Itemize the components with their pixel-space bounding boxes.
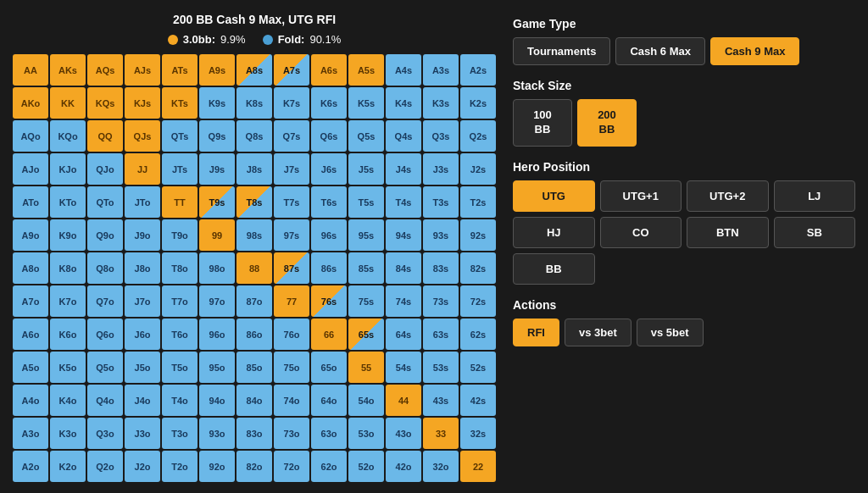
cell-a4o[interactable]: A4o: [13, 385, 48, 416]
cell-t5s[interactable]: T5s: [348, 186, 384, 218]
cell-a2s[interactable]: A2s: [460, 54, 496, 86]
cell-88[interactable]: 88: [236, 252, 272, 284]
cell-ajo[interactable]: AJo: [13, 153, 48, 185]
cell-q4s[interactable]: Q4s: [386, 120, 421, 152]
cell-t9o[interactable]: T9o: [162, 219, 198, 251]
cell-74o[interactable]: 74o: [274, 385, 309, 416]
cell-kto[interactable]: KTo: [50, 186, 86, 218]
cell-t3o[interactable]: T3o: [162, 418, 198, 449]
cell-84s[interactable]: 84s: [386, 252, 421, 284]
cell-t7s[interactable]: T7s: [274, 186, 309, 218]
cell-j3o[interactable]: J3o: [125, 418, 160, 449]
cell-aa[interactable]: AA: [13, 54, 48, 86]
cell-55[interactable]: 55: [348, 352, 384, 383]
cell-j8o[interactable]: J8o: [125, 252, 160, 284]
cell-qjs[interactable]: QJs: [125, 120, 160, 152]
cell-94o[interactable]: 94o: [199, 385, 235, 416]
cell-q3s[interactable]: Q3s: [423, 120, 459, 152]
cell-kjo[interactable]: KJo: [50, 153, 86, 185]
cell-ats[interactable]: ATs: [162, 54, 198, 86]
cell-96o[interactable]: 96o: [199, 319, 235, 350]
cell-q2o[interactable]: Q2o: [87, 451, 123, 482]
cell-j4s[interactable]: J4s: [386, 153, 421, 185]
btn-cash6max[interactable]: Cash 6 Max: [615, 37, 705, 65]
cell-a3s[interactable]: A3s: [423, 54, 459, 86]
cell-t8s[interactable]: T8s: [236, 186, 272, 218]
cell-ajs[interactable]: AJs: [125, 54, 160, 86]
cell-k7o[interactable]: K7o: [50, 285, 86, 317]
cell-j8s[interactable]: J8s: [236, 153, 272, 185]
cell-83s[interactable]: 83s: [423, 252, 459, 284]
cell-22[interactable]: 22: [460, 451, 496, 482]
cell-j3s[interactable]: J3s: [423, 153, 459, 185]
cell-k8o[interactable]: K8o: [50, 252, 86, 284]
btn-utg[interactable]: UTG: [513, 180, 595, 212]
cell-95s[interactable]: 95s: [348, 219, 384, 251]
cell-32o[interactable]: 32o: [423, 451, 459, 482]
btn-vs3bet[interactable]: vs 3bet: [565, 319, 632, 346]
cell-k6s[interactable]: K6s: [311, 87, 347, 119]
cell-52s[interactable]: 52s: [460, 352, 496, 383]
cell-q8s[interactable]: Q8s: [236, 120, 272, 152]
cell-62o[interactable]: 62o: [311, 451, 347, 482]
cell-k3o[interactable]: K3o: [50, 418, 86, 449]
cell-jts[interactable]: JTs: [162, 153, 198, 185]
cell-kqo[interactable]: KQo: [50, 120, 86, 152]
cell-65o[interactable]: 65o: [311, 352, 347, 383]
btn-rfi[interactable]: RFI: [513, 319, 559, 346]
cell-q6o[interactable]: Q6o: [87, 319, 123, 350]
cell-kjs[interactable]: KJs: [125, 87, 160, 119]
cell-99[interactable]: 99: [199, 219, 235, 251]
cell-q9s[interactable]: Q9s: [199, 120, 235, 152]
cell-33[interactable]: 33: [423, 418, 459, 449]
cell-66[interactable]: 66: [311, 319, 347, 350]
cell-a5o[interactable]: A5o: [13, 352, 48, 383]
cell-64s[interactable]: 64s: [386, 319, 421, 350]
cell-k7s[interactable]: K7s: [274, 87, 309, 119]
cell-t7o[interactable]: T7o: [162, 285, 198, 317]
cell-q8o[interactable]: Q8o: [87, 252, 123, 284]
cell-q9o[interactable]: Q9o: [87, 219, 123, 251]
btn-bb[interactable]: BB: [513, 253, 595, 285]
cell-q7o[interactable]: Q7o: [87, 285, 123, 317]
cell-a6o[interactable]: A6o: [13, 319, 48, 350]
cell-43o[interactable]: 43o: [386, 418, 421, 449]
cell-j4o[interactable]: J4o: [125, 385, 160, 416]
cell-aqs[interactable]: AQs: [87, 54, 123, 86]
cell-65s[interactable]: 65s: [348, 319, 384, 350]
cell-75s[interactable]: 75s: [348, 285, 384, 317]
cell-j9s[interactable]: J9s: [199, 153, 235, 185]
cell-a9s[interactable]: A9s: [199, 54, 235, 86]
cell-73o[interactable]: 73o: [274, 418, 309, 449]
cell-32s[interactable]: 32s: [460, 418, 496, 449]
cell-q2s[interactable]: Q2s: [460, 120, 496, 152]
cell-kts[interactable]: KTs: [162, 87, 198, 119]
btn-vs5bet[interactable]: vs 5bet: [637, 319, 704, 346]
cell-a8o[interactable]: A8o: [13, 252, 48, 284]
cell-98s[interactable]: 98s: [236, 219, 272, 251]
cell-63s[interactable]: 63s: [423, 319, 459, 350]
cell-k2s[interactable]: K2s: [460, 87, 496, 119]
cell-q7s[interactable]: Q7s: [274, 120, 309, 152]
cell-87o[interactable]: 87o: [236, 285, 272, 317]
cell-t5o[interactable]: T5o: [162, 352, 198, 383]
cell-t3s[interactable]: T3s: [423, 186, 459, 218]
cell-t6s[interactable]: T6s: [311, 186, 347, 218]
btn-co[interactable]: CO: [600, 217, 682, 248]
cell-62s[interactable]: 62s: [460, 319, 496, 350]
btn-cash9max[interactable]: Cash 9 Max: [710, 37, 800, 65]
cell-k4s[interactable]: K4s: [386, 87, 421, 119]
cell-j9o[interactable]: J9o: [125, 219, 160, 251]
cell-k4o[interactable]: K4o: [50, 385, 86, 416]
cell-j5o[interactable]: J5o: [125, 352, 160, 383]
cell-q4o[interactable]: Q4o: [87, 385, 123, 416]
cell-a8s[interactable]: A8s: [236, 54, 272, 86]
cell-72s[interactable]: 72s: [460, 285, 496, 317]
btn-tournaments[interactable]: Tournaments: [513, 37, 610, 65]
cell-jto[interactable]: JTo: [125, 186, 160, 218]
cell-76s[interactable]: 76s: [311, 285, 347, 317]
cell-93o[interactable]: 93o: [199, 418, 235, 449]
cell-92o[interactable]: 92o: [199, 451, 235, 482]
cell-k6o[interactable]: K6o: [50, 319, 86, 350]
cell-j7s[interactable]: J7s: [274, 153, 309, 185]
